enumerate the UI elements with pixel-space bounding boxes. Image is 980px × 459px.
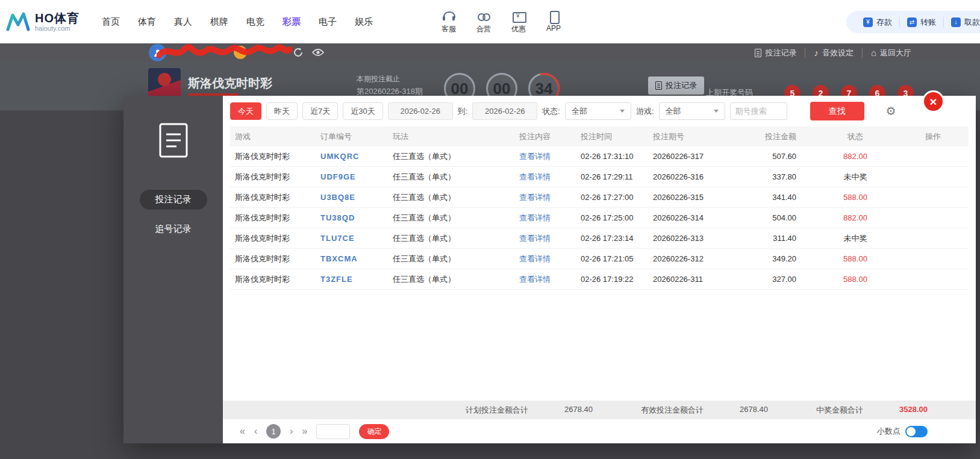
- order-number-link[interactable]: UDF9GE: [316, 172, 388, 181]
- transfer-icon: [907, 17, 917, 27]
- cell-bet-time: 02-26 17:29:11: [576, 172, 648, 181]
- quick-item-label: 合营: [476, 24, 491, 34]
- view-detail-link[interactable]: 查看详情: [514, 172, 576, 183]
- table-body: 斯洛伐克时时彩 UMKQRC 任三直选（单式） 查看详情 02-26 17:31…: [230, 146, 969, 401]
- coin-badge: [234, 46, 247, 59]
- cell-bet-time: 02-26 17:27:00: [576, 193, 648, 202]
- home-icon: [871, 48, 876, 58]
- records-doc-icon: [158, 122, 189, 158]
- page-jump-input[interactable]: [316, 424, 350, 439]
- cell-play-type: 任三直选（单式）: [388, 213, 514, 223]
- status-select[interactable]: 全部: [565, 102, 631, 120]
- deadline-label: 本期投注截止: [357, 74, 400, 84]
- order-number-link[interactable]: T3ZFLE: [316, 275, 388, 284]
- table-header-cell: 操作: [897, 131, 969, 142]
- nav-link[interactable]: 娱乐: [351, 13, 377, 31]
- chevron-down-icon: [620, 110, 625, 113]
- pagination-bar: 1 确定 小数点: [223, 419, 976, 443]
- userbar-menu-item[interactable]: 音效设定: [805, 48, 862, 58]
- main-nav: 首页 体育 真人 棋牌 电竞 彩票 电子 娱乐: [98, 13, 377, 31]
- decimal-toggle[interactable]: [905, 426, 928, 437]
- table-header-cell: 投注期号: [648, 131, 741, 142]
- nav-link[interactable]: 电竞: [242, 13, 269, 31]
- date-to-input[interactable]: [472, 102, 537, 120]
- table-row: 斯洛伐克时时彩 T3ZFLE 任三直选（单式） 查看详情 02-26 17:19…: [230, 269, 969, 290]
- nav-link[interactable]: 体育: [134, 13, 160, 31]
- wallet-action[interactable]: 取款: [943, 17, 980, 28]
- eye-icon[interactable]: [312, 48, 324, 57]
- table-header-cell: 投注内容: [514, 131, 576, 142]
- cell-bet-amount: 507.60: [741, 152, 813, 161]
- order-number-link[interactable]: U3BQ8E: [316, 193, 388, 202]
- first-page-button[interactable]: [240, 426, 245, 436]
- cell-game: 斯洛伐克时时彩: [230, 172, 316, 183]
- nav-link[interactable]: 棋牌: [206, 13, 233, 31]
- doc-icon: [755, 49, 761, 57]
- bet-record-button[interactable]: 投注记录: [648, 76, 704, 95]
- cell-game: 斯洛伐克时时彩: [230, 151, 316, 162]
- cell-status: 588.00: [813, 193, 897, 202]
- userbar-menu-item[interactable]: 投注记录: [746, 48, 805, 58]
- order-number-link[interactable]: TBXCMA: [316, 254, 388, 263]
- cell-bet-period: 20260226-312: [648, 254, 741, 263]
- brand-logo[interactable]: HO体育 haiouty.com: [0, 11, 92, 32]
- nav-link[interactable]: 真人: [170, 13, 196, 31]
- game-select[interactable]: 全部: [659, 102, 725, 120]
- close-modal-button[interactable]: [922, 90, 944, 113]
- summary-pair: 中奖金额合计 3528.00: [816, 405, 928, 416]
- sidebar-item[interactable]: 投注记录: [140, 190, 207, 210]
- modal-content: 今天 昨天 近7天 近30天 到: 状态: 全部 游戏: 全部 查找: [223, 96, 976, 443]
- range-button[interactable]: 近7天: [302, 102, 338, 120]
- page-confirm-button[interactable]: 确定: [359, 424, 389, 439]
- gear-icon[interactable]: [886, 105, 896, 117]
- avatar[interactable]: [149, 44, 166, 61]
- view-detail-link[interactable]: 查看详情: [514, 213, 576, 223]
- sidebar-item[interactable]: 追号记录: [140, 219, 207, 239]
- range-button[interactable]: 近30天: [343, 102, 382, 120]
- cell-game: 斯洛伐克时时彩: [230, 233, 316, 244]
- cell-play-type: 任三直选（单式）: [388, 172, 514, 183]
- cell-play-type: 任三直选（单式）: [388, 151, 514, 162]
- quick-item[interactable]: 客服: [435, 10, 463, 34]
- nav-link[interactable]: 电子: [314, 13, 341, 31]
- wallet-actions: 存款 转账 取款: [846, 11, 980, 33]
- quick-item[interactable]: 优惠: [505, 10, 532, 34]
- userbar-menu-label: 返回大厅: [880, 48, 911, 58]
- doc-icon: [655, 81, 662, 90]
- date-from-input[interactable]: [388, 102, 453, 120]
- summary-value: 2678.40: [564, 405, 593, 416]
- cell-play-type: 任三直选（单式）: [388, 274, 514, 285]
- status-label: 状态:: [542, 106, 560, 117]
- userbar-menu-item[interactable]: 返回大厅: [862, 48, 920, 58]
- order-number-link[interactable]: TU38QD: [316, 213, 388, 222]
- quick-item[interactable]: 合营: [470, 10, 498, 34]
- status-select-value: 全部: [572, 106, 587, 117]
- wallet-action[interactable]: 转账: [899, 17, 943, 28]
- summary-value: 2678.40: [740, 405, 768, 416]
- next-page-button[interactable]: [290, 426, 293, 436]
- last-page-button[interactable]: [302, 426, 308, 436]
- cell-bet-time: 02-26 17:19:22: [576, 275, 648, 284]
- prev-page-button[interactable]: [254, 426, 257, 436]
- view-detail-link[interactable]: 查看详情: [514, 233, 576, 244]
- cell-status: 882.00: [813, 213, 897, 222]
- refresh-icon[interactable]: [293, 47, 304, 58]
- order-number-link[interactable]: UMKQRC: [316, 152, 388, 161]
- table-header-cell: 玩法: [388, 131, 514, 142]
- range-button[interactable]: 今天: [230, 102, 261, 120]
- view-detail-link[interactable]: 查看详情: [514, 274, 576, 285]
- period-search-input[interactable]: [730, 102, 787, 120]
- chevron-down-icon: [714, 110, 719, 113]
- view-detail-link[interactable]: 查看详情: [514, 151, 576, 162]
- search-button[interactable]: 查找: [810, 102, 864, 120]
- view-detail-link[interactable]: 查看详情: [514, 254, 576, 264]
- range-button[interactable]: 昨天: [266, 102, 298, 120]
- wallet-action[interactable]: 存款: [856, 17, 899, 28]
- nav-link[interactable]: 彩票: [278, 13, 305, 31]
- nav-link[interactable]: 首页: [98, 13, 124, 31]
- quick-item[interactable]: APP: [540, 10, 567, 34]
- current-page-button[interactable]: 1: [266, 424, 281, 439]
- view-detail-link[interactable]: 查看详情: [514, 192, 576, 203]
- cell-status: 未中奖: [813, 172, 897, 183]
- order-number-link[interactable]: TLU7CE: [316, 234, 388, 243]
